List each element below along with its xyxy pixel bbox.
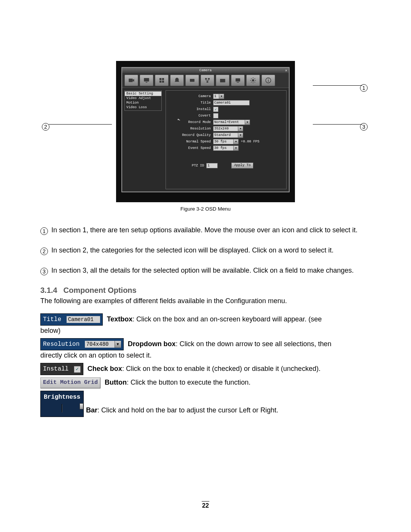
svg-rect-7 <box>190 79 194 82</box>
snippet-checkbox-field[interactable]: ✓ <box>74 366 81 373</box>
figure-osd-menu: 1 2 3 Camera ✕ <box>91 61 320 202</box>
snippet-textbox-field[interactable]: Camera01 <box>67 316 100 323</box>
callout-line-3 <box>313 124 362 125</box>
chevron-down-icon[interactable]: ▼ <box>233 139 238 144</box>
osd-window-title: Camera ✕ <box>122 68 289 73</box>
svg-rect-19 <box>268 79 269 80</box>
svg-rect-10 <box>208 78 210 80</box>
svg-rect-5 <box>159 81 161 83</box>
resolution-label: Resolution <box>169 127 213 131</box>
callout-line-1 <box>313 85 362 86</box>
svg-rect-0 <box>129 79 133 82</box>
close-icon[interactable]: ✕ <box>285 68 287 73</box>
normal-speed-select[interactable]: 30 fps▼ <box>213 139 239 144</box>
svg-point-13 <box>222 80 224 82</box>
toolbar-snapshot-icon[interactable] <box>216 75 229 86</box>
record-mode-select[interactable]: Normal+Event▼ <box>213 120 250 125</box>
osd-sidebar: Basic Setting Video Adjust Motion Video … <box>124 90 162 111</box>
page-number: 22 <box>0 501 411 509</box>
svg-rect-2 <box>146 82 148 83</box>
svg-rect-9 <box>205 78 207 80</box>
camera-label: Camera <box>169 94 213 98</box>
snippet-dropdown: Resolution 704x480 ▼ <box>40 338 124 350</box>
chevron-down-icon[interactable]: ▼ <box>238 126 243 131</box>
record-quality-select[interactable]: Standard▼ <box>213 133 243 138</box>
camera-select[interactable]: 1▼ <box>213 94 224 99</box>
covert-label: Covert <box>169 114 213 118</box>
sidebar-item-motion[interactable]: Motion <box>125 101 161 105</box>
paragraph-3: 3 In section 3, all the details for the … <box>40 266 371 275</box>
title-label: Title <box>169 101 213 105</box>
toolbar-network-icon[interactable] <box>201 75 214 86</box>
section-heading: 3.1.4Component Options <box>40 286 371 295</box>
chevron-down-icon[interactable]: ▼ <box>219 94 224 99</box>
record-quality-label: Record Quality <box>169 133 213 137</box>
record-mode-label: Record Mode <box>169 120 213 124</box>
snippet-textbox: Title Camera01 <box>40 313 103 326</box>
callout-2: 2 <box>42 120 51 131</box>
section-intro: The following are examples of different … <box>40 297 371 305</box>
svg-point-8 <box>191 80 191 81</box>
normal-speed-label: Normal Speed <box>169 140 213 144</box>
toolbar-record-icon[interactable] <box>155 75 169 86</box>
osd-toolbar <box>122 73 289 88</box>
sidebar-item-video-adjust[interactable]: Video Adjust <box>125 96 161 101</box>
chevron-down-icon[interactable]: ▼ <box>233 146 238 150</box>
toolbar-alarm-icon[interactable] <box>170 75 184 86</box>
sidebar-item-video-loss[interactable]: Video Loss <box>125 105 161 110</box>
snippet-bar-thumb[interactable] <box>80 403 83 409</box>
chevron-down-icon[interactable]: ▼ <box>245 120 250 125</box>
install-checkbox[interactable]: ✓ <box>213 107 218 112</box>
snippet-bar: Brightness <box>40 391 84 417</box>
example-dropdown: Resolution 704x480 ▼ Dropdown box: Click… <box>40 338 371 361</box>
apply-to-button[interactable]: Apply To <box>231 163 253 169</box>
figure-caption: Figure 3-2 OSD Menu <box>40 206 371 212</box>
svg-point-16 <box>252 79 254 81</box>
toolbar-camera-icon[interactable] <box>124 75 138 86</box>
svg-rect-18 <box>268 80 269 82</box>
callout-1: 1 <box>360 81 369 92</box>
snippet-bar-track[interactable] <box>62 404 62 412</box>
snippet-button[interactable]: Edit Motion Grid <box>40 377 100 388</box>
normal-speed-extra: +0.00 FPS <box>241 140 260 144</box>
paragraph-2: 2 In section 2, the categories for the s… <box>40 246 371 255</box>
toolbar-disk-icon[interactable] <box>185 75 199 86</box>
svg-rect-1 <box>144 78 149 81</box>
toolbar-info-icon[interactable] <box>261 75 275 86</box>
example-button: Edit Motion Grid Button: Click the butto… <box>40 377 371 388</box>
sidebar-item-basic-setting[interactable]: Basic Setting <box>125 91 161 96</box>
svg-rect-11 <box>207 81 209 83</box>
event-speed-select[interactable]: 30 fps▼ <box>213 145 239 151</box>
snippet-checkbox: Install ✓ <box>40 363 83 375</box>
toolbar-monitor-icon[interactable] <box>140 75 153 86</box>
callout-3: 3 <box>360 120 369 131</box>
covert-checkbox[interactable] <box>213 113 218 118</box>
chevron-down-icon[interactable]: ▼ <box>115 341 121 348</box>
resolution-select[interactable]: 352x240▼ <box>213 126 243 131</box>
chevron-down-icon[interactable]: ▼ <box>238 133 243 137</box>
osd-main-panel: ↖ Camera 1▼ Title Camera01 Insta <box>166 90 287 189</box>
toolbar-system-icon[interactable] <box>246 75 260 86</box>
ptz-id-label: PTZ ID <box>192 164 204 168</box>
svg-rect-6 <box>162 81 164 83</box>
title-input[interactable]: Camera01 <box>213 100 250 105</box>
snippet-dropdown-field[interactable]: 704x480 ▼ <box>85 341 121 348</box>
svg-rect-15 <box>237 82 239 83</box>
example-checkbox: Install ✓ Check box: Click on the box to… <box>40 363 371 375</box>
example-bar: Brightness Bar: Click and hold on the ba… <box>40 391 371 417</box>
paragraph-1: 1 In section 1, there are ten setup opti… <box>40 225 371 235</box>
svg-rect-4 <box>162 78 164 80</box>
callout-line-2 <box>49 124 112 125</box>
example-textbox: Title Camera01 Textbox: Click on the box… <box>40 313 371 336</box>
svg-rect-3 <box>159 78 161 80</box>
install-label: Install <box>169 107 213 111</box>
toolbar-display-icon[interactable] <box>231 75 245 86</box>
ptz-id-input[interactable]: 1 <box>206 163 218 168</box>
event-speed-label: Event Speed <box>169 146 213 150</box>
svg-rect-14 <box>236 78 240 81</box>
